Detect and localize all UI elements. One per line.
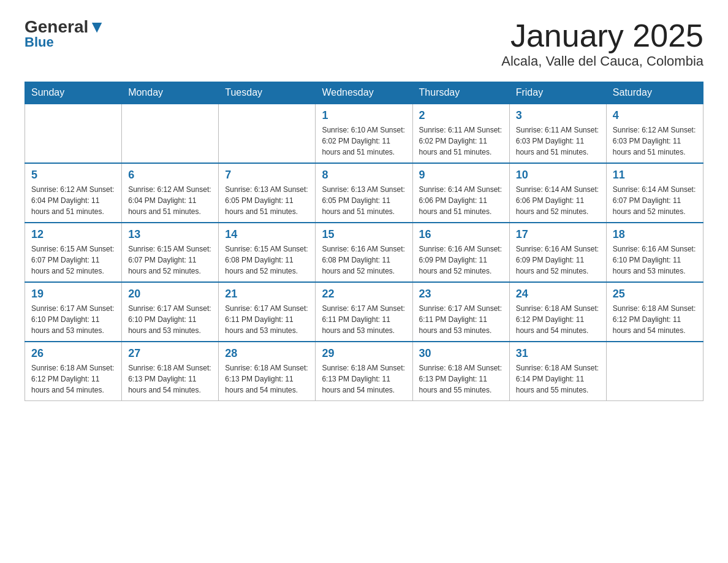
calendar-cell: 7Sunrise: 6:13 AM Sunset: 6:05 PM Daylig…	[219, 163, 316, 223]
logo-blue: Blue	[25, 36, 54, 49]
calendar-cell: 20Sunrise: 6:17 AM Sunset: 6:10 PM Dayli…	[122, 282, 219, 342]
day-number: 28	[225, 347, 309, 360]
calendar-cell	[606, 342, 703, 401]
day-info: Sunrise: 6:18 AM Sunset: 6:13 PM Dayligh…	[322, 362, 406, 396]
day-info: Sunrise: 6:13 AM Sunset: 6:05 PM Dayligh…	[225, 184, 309, 217]
day-number: 31	[516, 347, 600, 360]
day-number: 20	[128, 288, 212, 301]
day-info: Sunrise: 6:15 AM Sunset: 6:08 PM Dayligh…	[225, 243, 309, 277]
day-info: Sunrise: 6:11 AM Sunset: 6:02 PM Dayligh…	[419, 124, 503, 158]
day-info: Sunrise: 6:14 AM Sunset: 6:06 PM Dayligh…	[419, 184, 503, 217]
day-number: 19	[31, 288, 115, 301]
week-row-1: 1Sunrise: 6:10 AM Sunset: 6:02 PM Daylig…	[25, 104, 703, 163]
day-info: Sunrise: 6:17 AM Sunset: 6:10 PM Dayligh…	[128, 303, 212, 336]
day-info: Sunrise: 6:17 AM Sunset: 6:11 PM Dayligh…	[225, 303, 309, 336]
day-info: Sunrise: 6:10 AM Sunset: 6:02 PM Dayligh…	[322, 124, 406, 158]
calendar-cell: 11Sunrise: 6:14 AM Sunset: 6:07 PM Dayli…	[606, 163, 703, 223]
day-info: Sunrise: 6:16 AM Sunset: 6:09 PM Dayligh…	[419, 243, 503, 277]
calendar-cell: 28Sunrise: 6:18 AM Sunset: 6:13 PM Dayli…	[219, 342, 316, 401]
day-info: Sunrise: 6:14 AM Sunset: 6:07 PM Dayligh…	[613, 184, 697, 217]
day-number: 1	[322, 109, 406, 122]
day-number: 30	[419, 347, 503, 360]
day-info: Sunrise: 6:18 AM Sunset: 6:12 PM Dayligh…	[516, 303, 600, 336]
calendar-cell: 6Sunrise: 6:12 AM Sunset: 6:04 PM Daylig…	[122, 163, 219, 223]
day-info: Sunrise: 6:17 AM Sunset: 6:11 PM Dayligh…	[419, 303, 503, 336]
calendar-cell: 16Sunrise: 6:16 AM Sunset: 6:09 PM Dayli…	[412, 223, 509, 282]
calendar-cell: 19Sunrise: 6:17 AM Sunset: 6:10 PM Dayli…	[25, 282, 122, 342]
day-number: 18	[613, 228, 697, 241]
day-number: 23	[419, 288, 503, 301]
day-info: Sunrise: 6:18 AM Sunset: 6:12 PM Dayligh…	[613, 303, 697, 336]
location-title: Alcala, Valle del Cauca, Colombia	[501, 53, 703, 69]
calendar-cell: 10Sunrise: 6:14 AM Sunset: 6:06 PM Dayli…	[509, 163, 606, 223]
day-info: Sunrise: 6:16 AM Sunset: 6:09 PM Dayligh…	[516, 243, 600, 277]
calendar-cell: 1Sunrise: 6:10 AM Sunset: 6:02 PM Daylig…	[316, 104, 412, 163]
day-number: 3	[516, 109, 600, 122]
page-header: General▼ Blue January 2025 Alcala, Valle…	[25, 18, 703, 69]
calendar-cell: 17Sunrise: 6:16 AM Sunset: 6:09 PM Dayli…	[509, 223, 606, 282]
day-info: Sunrise: 6:17 AM Sunset: 6:10 PM Dayligh…	[31, 303, 115, 336]
day-number: 8	[322, 169, 406, 182]
week-row-3: 12Sunrise: 6:15 AM Sunset: 6:07 PM Dayli…	[25, 223, 703, 282]
calendar-cell: 24Sunrise: 6:18 AM Sunset: 6:12 PM Dayli…	[509, 282, 606, 342]
day-number: 14	[225, 228, 309, 241]
calendar-cell: 30Sunrise: 6:18 AM Sunset: 6:13 PM Dayli…	[412, 342, 509, 401]
day-number: 22	[322, 288, 406, 301]
calendar-cell: 18Sunrise: 6:16 AM Sunset: 6:10 PM Dayli…	[606, 223, 703, 282]
day-number: 26	[31, 347, 115, 360]
day-number: 17	[516, 228, 600, 241]
calendar-cell: 2Sunrise: 6:11 AM Sunset: 6:02 PM Daylig…	[412, 104, 509, 163]
day-info: Sunrise: 6:14 AM Sunset: 6:06 PM Dayligh…	[516, 184, 600, 217]
col-saturday: Saturday	[606, 82, 703, 104]
calendar-cell: 21Sunrise: 6:17 AM Sunset: 6:11 PM Dayli…	[219, 282, 316, 342]
day-number: 15	[322, 228, 406, 241]
month-title: January 2025	[501, 18, 703, 53]
day-number: 12	[31, 228, 115, 241]
day-number: 13	[128, 228, 212, 241]
calendar-cell: 22Sunrise: 6:17 AM Sunset: 6:11 PM Dayli…	[316, 282, 412, 342]
calendar-cell: 31Sunrise: 6:18 AM Sunset: 6:14 PM Dayli…	[509, 342, 606, 401]
day-number: 24	[516, 288, 600, 301]
calendar-cell: 13Sunrise: 6:15 AM Sunset: 6:07 PM Dayli…	[122, 223, 219, 282]
calendar-cell	[219, 104, 316, 163]
calendar-cell: 9Sunrise: 6:14 AM Sunset: 6:06 PM Daylig…	[412, 163, 509, 223]
day-info: Sunrise: 6:17 AM Sunset: 6:11 PM Dayligh…	[322, 303, 406, 336]
day-info: Sunrise: 6:15 AM Sunset: 6:07 PM Dayligh…	[128, 243, 212, 277]
calendar-cell: 29Sunrise: 6:18 AM Sunset: 6:13 PM Dayli…	[316, 342, 412, 401]
col-monday: Monday	[122, 82, 219, 104]
day-info: Sunrise: 6:13 AM Sunset: 6:05 PM Dayligh…	[322, 184, 406, 217]
calendar-cell: 8Sunrise: 6:13 AM Sunset: 6:05 PM Daylig…	[316, 163, 412, 223]
day-number: 2	[419, 109, 503, 122]
day-number: 16	[419, 228, 503, 241]
calendar-cell: 12Sunrise: 6:15 AM Sunset: 6:07 PM Dayli…	[25, 223, 122, 282]
day-info: Sunrise: 6:15 AM Sunset: 6:07 PM Dayligh…	[31, 243, 115, 277]
title-block: January 2025 Alcala, Valle del Cauca, Co…	[501, 18, 703, 69]
col-friday: Friday	[509, 82, 606, 104]
calendar-cell: 27Sunrise: 6:18 AM Sunset: 6:13 PM Dayli…	[122, 342, 219, 401]
calendar-table: Sunday Monday Tuesday Wednesday Thursday…	[25, 82, 703, 401]
day-info: Sunrise: 6:12 AM Sunset: 6:04 PM Dayligh…	[128, 184, 212, 217]
calendar-header-row: Sunday Monday Tuesday Wednesday Thursday…	[25, 82, 703, 104]
calendar-cell	[122, 104, 219, 163]
col-wednesday: Wednesday	[316, 82, 412, 104]
logo: General▼ Blue	[25, 18, 105, 49]
day-number: 11	[613, 169, 697, 182]
week-row-5: 26Sunrise: 6:18 AM Sunset: 6:12 PM Dayli…	[25, 342, 703, 401]
day-info: Sunrise: 6:12 AM Sunset: 6:04 PM Dayligh…	[31, 184, 115, 217]
day-number: 6	[128, 169, 212, 182]
day-info: Sunrise: 6:18 AM Sunset: 6:13 PM Dayligh…	[225, 362, 309, 396]
calendar-cell	[25, 104, 122, 163]
day-info: Sunrise: 6:16 AM Sunset: 6:10 PM Dayligh…	[613, 243, 697, 277]
day-info: Sunrise: 6:18 AM Sunset: 6:13 PM Dayligh…	[419, 362, 503, 396]
day-info: Sunrise: 6:12 AM Sunset: 6:03 PM Dayligh…	[613, 124, 697, 158]
col-sunday: Sunday	[25, 82, 122, 104]
calendar-cell: 15Sunrise: 6:16 AM Sunset: 6:08 PM Dayli…	[316, 223, 412, 282]
day-number: 21	[225, 288, 309, 301]
calendar-cell: 3Sunrise: 6:11 AM Sunset: 6:03 PM Daylig…	[509, 104, 606, 163]
day-info: Sunrise: 6:16 AM Sunset: 6:08 PM Dayligh…	[322, 243, 406, 277]
week-row-4: 19Sunrise: 6:17 AM Sunset: 6:10 PM Dayli…	[25, 282, 703, 342]
calendar-cell: 23Sunrise: 6:17 AM Sunset: 6:11 PM Dayli…	[412, 282, 509, 342]
calendar-cell: 5Sunrise: 6:12 AM Sunset: 6:04 PM Daylig…	[25, 163, 122, 223]
day-number: 10	[516, 169, 600, 182]
day-number: 5	[31, 169, 115, 182]
